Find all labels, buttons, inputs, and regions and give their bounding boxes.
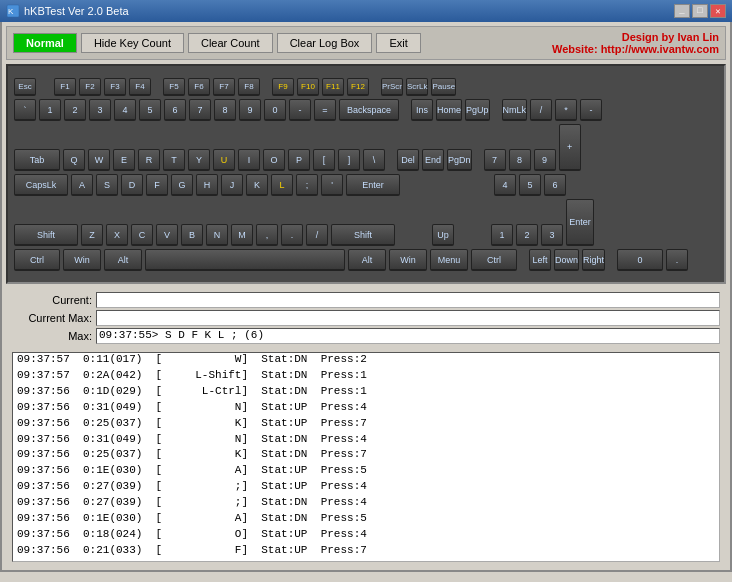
key-rbracket[interactable]: ] bbox=[338, 149, 360, 171]
key-2[interactable]: 2 bbox=[64, 99, 86, 121]
key-tab[interactable]: Tab bbox=[14, 149, 60, 171]
key-up[interactable]: Up bbox=[432, 224, 454, 246]
key-numenter[interactable]: Enter bbox=[566, 199, 594, 246]
key-f11[interactable]: F11 bbox=[322, 78, 344, 96]
key-f10[interactable]: F10 bbox=[297, 78, 319, 96]
key-ralt[interactable]: Alt bbox=[348, 249, 386, 271]
key-n[interactable]: N bbox=[206, 224, 228, 246]
key-6[interactable]: 6 bbox=[164, 99, 186, 121]
key-num1[interactable]: 1 bbox=[491, 224, 513, 246]
key-backslash[interactable]: \ bbox=[363, 149, 385, 171]
key-period[interactable]: . bbox=[281, 224, 303, 246]
key-d[interactable]: D bbox=[121, 174, 143, 196]
key-num8[interactable]: 8 bbox=[509, 149, 531, 171]
key-scrlk[interactable]: ScrLk bbox=[406, 78, 428, 96]
key-down[interactable]: Down bbox=[554, 249, 579, 271]
key-4[interactable]: 4 bbox=[114, 99, 136, 121]
key-t[interactable]: T bbox=[163, 149, 185, 171]
key-left[interactable]: Left bbox=[529, 249, 551, 271]
key-w[interactable]: W bbox=[88, 149, 110, 171]
key-1[interactable]: 1 bbox=[39, 99, 61, 121]
key-num6[interactable]: 6 bbox=[544, 174, 566, 196]
key-y[interactable]: Y bbox=[188, 149, 210, 171]
key-f6[interactable]: F6 bbox=[188, 78, 210, 96]
close-button[interactable]: ✕ bbox=[710, 4, 726, 18]
key-prtsc[interactable]: PrScr bbox=[381, 78, 403, 96]
key-o[interactable]: O bbox=[263, 149, 285, 171]
key-rshift[interactable]: Shift bbox=[331, 224, 395, 246]
key-backtick[interactable]: ` bbox=[14, 99, 36, 121]
key-nummul[interactable]: * bbox=[555, 99, 577, 121]
key-c[interactable]: C bbox=[131, 224, 153, 246]
key-f4[interactable]: F4 bbox=[129, 78, 151, 96]
key-num0[interactable]: 0 bbox=[617, 249, 663, 271]
key-ins[interactable]: Ins bbox=[411, 99, 433, 121]
key-menu[interactable]: Menu bbox=[430, 249, 468, 271]
key-k[interactable]: K bbox=[246, 174, 268, 196]
key-lctrl[interactable]: Ctrl bbox=[14, 249, 60, 271]
key-3[interactable]: 3 bbox=[89, 99, 111, 121]
key-z[interactable]: Z bbox=[81, 224, 103, 246]
clear-count-button[interactable]: Clear Count bbox=[188, 33, 273, 53]
key-right[interactable]: Right bbox=[582, 249, 605, 271]
key-rwin[interactable]: Win bbox=[389, 249, 427, 271]
key-num5[interactable]: 5 bbox=[519, 174, 541, 196]
key-lwin[interactable]: Win bbox=[63, 249, 101, 271]
minimize-button[interactable]: _ bbox=[674, 4, 690, 18]
key-0[interactable]: 0 bbox=[264, 99, 286, 121]
key-u[interactable]: U bbox=[213, 149, 235, 171]
key-enter[interactable]: Enter bbox=[346, 174, 400, 196]
key-j[interactable]: J bbox=[221, 174, 243, 196]
key-lbracket[interactable]: [ bbox=[313, 149, 335, 171]
exit-button[interactable]: Exit bbox=[376, 33, 420, 53]
key-g[interactable]: G bbox=[171, 174, 193, 196]
key-9[interactable]: 9 bbox=[239, 99, 261, 121]
key-numdot[interactable]: . bbox=[666, 249, 688, 271]
key-quote[interactable]: ' bbox=[321, 174, 343, 196]
key-numdiv[interactable]: / bbox=[530, 99, 552, 121]
key-pause[interactable]: Pause bbox=[431, 78, 456, 96]
key-h[interactable]: H bbox=[196, 174, 218, 196]
key-backspace[interactable]: Backspace bbox=[339, 99, 399, 121]
hide-key-count-button[interactable]: Hide Key Count bbox=[81, 33, 184, 53]
key-a[interactable]: A bbox=[71, 174, 93, 196]
log-box[interactable]: 09:37:57 0:11(017) [ W] Stat:UP Press:20… bbox=[12, 352, 720, 562]
key-7[interactable]: 7 bbox=[189, 99, 211, 121]
key-semicolon[interactable]: ; bbox=[296, 174, 318, 196]
key-5[interactable]: 5 bbox=[139, 99, 161, 121]
key-v[interactable]: V bbox=[156, 224, 178, 246]
normal-button[interactable]: Normal bbox=[13, 33, 77, 53]
key-f5[interactable]: F5 bbox=[163, 78, 185, 96]
key-r[interactable]: R bbox=[138, 149, 160, 171]
key-num3[interactable]: 3 bbox=[541, 224, 563, 246]
key-i[interactable]: I bbox=[238, 149, 260, 171]
key-f8[interactable]: F8 bbox=[238, 78, 260, 96]
key-minus[interactable]: - bbox=[289, 99, 311, 121]
key-b[interactable]: B bbox=[181, 224, 203, 246]
key-num2[interactable]: 2 bbox=[516, 224, 538, 246]
key-rctrl[interactable]: Ctrl bbox=[471, 249, 517, 271]
clear-log-button[interactable]: Clear Log Box bbox=[277, 33, 373, 53]
key-slash[interactable]: / bbox=[306, 224, 328, 246]
key-e[interactable]: E bbox=[113, 149, 135, 171]
key-equals[interactable]: = bbox=[314, 99, 336, 121]
key-x[interactable]: X bbox=[106, 224, 128, 246]
key-num9[interactable]: 9 bbox=[534, 149, 556, 171]
key-l[interactable]: L bbox=[271, 174, 293, 196]
key-8[interactable]: 8 bbox=[214, 99, 236, 121]
key-f7[interactable]: F7 bbox=[213, 78, 235, 96]
key-numsub[interactable]: - bbox=[580, 99, 602, 121]
key-s[interactable]: S bbox=[96, 174, 118, 196]
key-f1[interactable]: F1 bbox=[54, 78, 76, 96]
key-f[interactable]: F bbox=[146, 174, 168, 196]
key-del[interactable]: Del bbox=[397, 149, 419, 171]
key-pgdn[interactable]: PgDn bbox=[447, 149, 472, 171]
key-num4[interactable]: 4 bbox=[494, 174, 516, 196]
key-p[interactable]: P bbox=[288, 149, 310, 171]
maximize-button[interactable]: □ bbox=[692, 4, 708, 18]
key-lshift[interactable]: Shift bbox=[14, 224, 78, 246]
key-home[interactable]: Home bbox=[436, 99, 462, 121]
key-f9[interactable]: F9 bbox=[272, 78, 294, 96]
key-esc[interactable]: Esc bbox=[14, 78, 36, 96]
key-q[interactable]: Q bbox=[63, 149, 85, 171]
